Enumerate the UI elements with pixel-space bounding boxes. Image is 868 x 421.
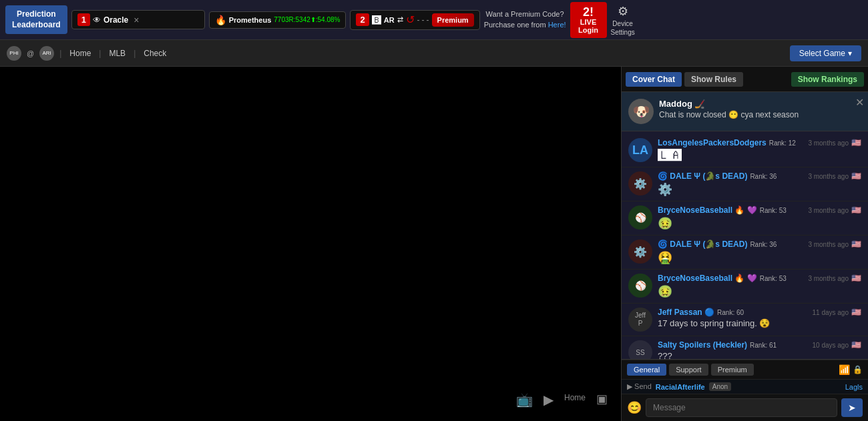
chat-time: 10 days ago (813, 342, 849, 349)
chat-item: JeffP Jeff Passan 🔵 Rank: 60 11 days ago… (622, 304, 868, 336)
lag-action[interactable]: Lagls (845, 383, 863, 391)
live-label: LIVE (580, 18, 596, 26)
screen-icon[interactable]: ▣ (596, 392, 608, 408)
nav-home[interactable]: Home (67, 47, 93, 59)
settings-label: Settings (611, 29, 635, 36)
chat-time: 3 months ago (808, 173, 849, 180)
dash-3: - (427, 15, 429, 25)
home-bottom-label[interactable]: Home (564, 393, 586, 408)
chat-time: 3 months ago (808, 241, 849, 248)
flag-icon: 🇺🇸 (851, 171, 861, 181)
right-panel: Cover Chat Show Rules Show Rankings 🐶 Ma… (621, 67, 868, 421)
chat-item: LA LosAngelesPackersDodgers Rank: 12 3 m… (622, 134, 868, 167)
chat-body: Salty Spoilers (Heckler) Rank: 61 10 day… (658, 340, 861, 359)
chat-body: Jeff Passan 🔵 Rank: 60 11 days ago 🇺🇸 17… (658, 308, 861, 328)
team1-logo: PHI (7, 46, 21, 61)
avatar: ⚙️ (628, 240, 652, 264)
rank-badge-icon: 🅱 (372, 15, 381, 25)
chat-rank: Rank: 61 (750, 342, 777, 349)
login-label: Login (578, 26, 598, 34)
nav-mlb[interactable]: MLB (106, 47, 128, 59)
message-input[interactable] (646, 398, 837, 417)
youtube-icon[interactable]: ▶ (544, 392, 554, 408)
pinned-content: Maddog 🏒 Chat is now closed 😶 cya next s… (659, 99, 861, 119)
chat-body: BryceNoseBaseball 🔥 💜 Rank: 53 3 months … (658, 274, 861, 299)
device-settings-btn[interactable]: ⚙ Device Settings (611, 4, 635, 36)
rank-2-badge: 2 (356, 13, 369, 26)
chat-item: ⚙️ 🌀 DALE Ψ (🐊s DEAD) Rank: 36 3 months … (622, 167, 868, 201)
chat-rank: Rank: 36 (750, 173, 777, 180)
avatar: JeffP (628, 308, 652, 332)
nav-sep-1: | (59, 49, 61, 58)
premium-link[interactable]: Here! (548, 21, 566, 29)
chat-emoji: 🅻🅰 (658, 149, 861, 163)
chat-time: 3 months ago (808, 207, 849, 214)
chat-user-row: ▶ Send RacialAfterlife Anon Lagls (622, 379, 868, 394)
flag-icon: 🇺🇸 (851, 274, 861, 283)
send-button[interactable]: ➤ (841, 398, 863, 417)
tab-cover-chat[interactable]: Cover Chat (626, 72, 682, 87)
prometheus-icon: 🔥 (215, 15, 226, 25)
flag-icon: 🇺🇸 (851, 308, 861, 317)
chat-handle: RacialAfterlife (656, 383, 705, 391)
device-label: Device (612, 20, 633, 27)
username: Oracle (103, 15, 128, 25)
dots-row: - - - (417, 15, 429, 25)
flag-icon: 🇺🇸 (851, 205, 861, 215)
chat-username: 🌀 DALE Ψ (🐊s DEAD) (658, 171, 747, 181)
user-section: 1 👁 Oracle × (71, 10, 205, 29)
flag-icon: 🇺🇸 (851, 138, 861, 147)
chat-username: 🌀 DALE Ψ (🐊s DEAD) (658, 240, 747, 249)
pinned-message: 🐶 Maddog 🏒 Chat is now closed 😶 cya next… (622, 92, 868, 131)
chat-username: BryceNoseBaseball 🔥 💜 (658, 274, 757, 283)
close-icon[interactable]: × (134, 15, 139, 25)
chat-rank: Rank: 36 (750, 241, 777, 248)
chat-rank: Rank: 60 (717, 309, 744, 316)
chat-item: ⚙️ 🌀 DALE Ψ (🐊s DEAD) Rank: 36 3 months … (622, 236, 868, 270)
prediction-leaderboard-btn[interactable]: Prediction Leaderboard (5, 5, 67, 34)
tab-show-rules[interactable]: Show Rules (684, 72, 743, 87)
chat-rank: Rank: 53 (760, 207, 787, 214)
top-bar: Prediction Leaderboard 1 👁 Oracle × 🔥 Pr… (0, 0, 868, 40)
tab-premium[interactable]: Premium (711, 364, 754, 376)
game-bar: PHI @ ARI | Home | MLB | Check Select Ga… (0, 40, 868, 67)
ar-icon: ⇄ (397, 15, 403, 24)
avatar: ⚾ (628, 205, 652, 230)
avatar: LA (628, 138, 652, 162)
refresh-icon[interactable]: ↺ (406, 13, 415, 26)
nav-check[interactable]: Check (141, 47, 169, 59)
chat-time: 11 days ago (813, 309, 849, 316)
pinned-username: Maddog 🏒 (659, 99, 861, 109)
live-login-btn[interactable]: 2! LIVE Login (570, 2, 607, 38)
chat-message: ??? (658, 351, 861, 359)
ar-section: 2 🅱 AR ⇄ ↺ - - - Premium (350, 10, 479, 30)
lock-icon: 🔒 (853, 365, 863, 374)
game-content-area: 📺 ▶ Home ▣ (0, 67, 621, 421)
pinned-close-btn[interactable]: ✕ (855, 96, 864, 109)
chat-emoji: 🤮 (658, 250, 861, 265)
gear-icon: ⚙ (618, 4, 628, 19)
dash-2: - (422, 15, 425, 25)
rank-number: 1 (77, 13, 90, 26)
pinned-avatar: 🐶 (628, 99, 654, 124)
anon-badge: Anon (709, 382, 731, 391)
avatar: SS (628, 340, 652, 359)
premium-button[interactable]: Premium (432, 13, 474, 27)
tab-general[interactable]: General (627, 364, 666, 376)
prometheus-stats: 7703R:5342⬆:54.08% (274, 16, 340, 23)
chat-username: Jeff Passan 🔵 (658, 308, 714, 317)
avatar: ⚾ (628, 274, 652, 298)
chat-rank: Rank: 53 (760, 275, 787, 282)
cast-icon[interactable]: 📺 (516, 392, 533, 408)
dash-1: - (417, 15, 420, 25)
chat-input-row: 😊 ➤ (622, 394, 868, 421)
emoji-button[interactable]: 😊 (627, 400, 642, 415)
tab-show-rankings[interactable]: Show Rankings (791, 72, 864, 87)
chat-emoji: ⚙️ (658, 182, 861, 197)
nav-sep-2: | (99, 49, 101, 58)
tab-support[interactable]: Support (669, 364, 708, 376)
chat-list: LA LosAngelesPackersDodgers Rank: 12 3 m… (622, 131, 868, 359)
select-game-btn[interactable]: Select Game ▾ (790, 45, 861, 61)
chat-message: 17 days to spring training. 😵 (658, 318, 861, 328)
prometheus-bar: 🔥 Prometheus 7703R:5342⬆:54.08% (209, 11, 347, 29)
